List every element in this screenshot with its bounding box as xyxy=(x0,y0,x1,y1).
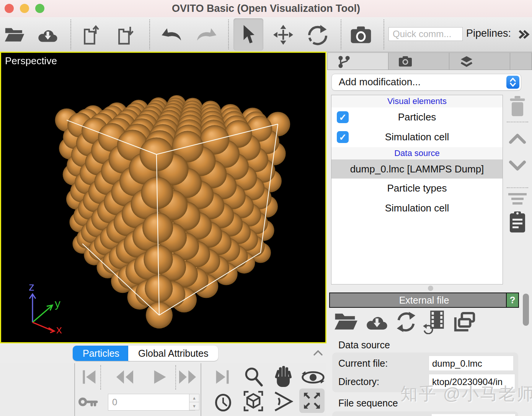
collapse-inspector-icon[interactable] xyxy=(313,350,323,356)
simulation-cell-checkbox[interactable]: ✓ xyxy=(337,131,349,143)
zoom-tool-icon[interactable] xyxy=(243,366,263,387)
main-toolbar: Pipelines: xyxy=(0,17,532,52)
window-title: OVITO Basic (Open Visualization Tool) xyxy=(0,0,532,17)
current-file-label: Current file: xyxy=(338,358,388,369)
dropdown-stepper-icon[interactable] xyxy=(506,76,519,89)
splitter-handle[interactable] xyxy=(428,286,433,291)
data-source-section-label: Data source xyxy=(338,340,390,351)
toolbar-separator xyxy=(149,20,150,49)
list-item-label: Particles xyxy=(398,111,436,123)
viewport-label[interactable]: Perspective xyxy=(5,55,57,67)
list-item-label: Simulation cell xyxy=(385,131,449,143)
undo-icon[interactable] xyxy=(160,26,184,43)
list-item-particle-types[interactable]: Particle types xyxy=(331,179,503,198)
viewport-perspective[interactable]: Perspective z y x xyxy=(0,52,326,343)
data-inspector-tabbar: Particles Global Attributes xyxy=(0,343,326,364)
first-frame-icon[interactable] xyxy=(81,369,98,385)
move-modifier-down-icon[interactable] xyxy=(508,160,527,171)
tab-particles[interactable]: Particles xyxy=(73,346,129,361)
render-camera-icon[interactable] xyxy=(349,26,373,44)
previous-frame-icon[interactable] xyxy=(113,369,136,385)
animation-time-icon[interactable] xyxy=(214,393,232,412)
ovito-window: OVITO Basic (Open Visualization Tool) xyxy=(0,0,532,416)
axis-z-label: z xyxy=(29,282,34,293)
external-file-header[interactable]: External file ? xyxy=(329,292,519,308)
pan-tool-icon[interactable] xyxy=(273,366,292,387)
help-button[interactable]: ? xyxy=(506,293,518,307)
toolbar-separator xyxy=(70,20,71,49)
quick-command-input[interactable] xyxy=(388,27,463,41)
list-item-particles[interactable]: ✓ Particles xyxy=(331,107,503,127)
reload-file-icon[interactable] xyxy=(395,311,417,333)
axis-x-label: x xyxy=(56,323,62,334)
tab-filler xyxy=(510,52,532,70)
tab-global-attributes[interactable]: Global Attributes xyxy=(128,346,218,361)
add-modification-label: Add modification... xyxy=(339,76,421,88)
maximize-viewport-button[interactable] xyxy=(299,388,325,413)
particles-checkbox[interactable]: ✓ xyxy=(337,111,349,123)
file-sequence-field xyxy=(432,414,515,416)
pick-remote-file-icon[interactable] xyxy=(364,314,390,331)
list-item-simulation-cell[interactable]: ✓ Simulation cell xyxy=(331,127,503,147)
toolbar-separator xyxy=(341,20,341,49)
store-internally-icon[interactable] xyxy=(454,312,476,332)
play-animation-icon[interactable] xyxy=(151,369,168,385)
toolbar-separator xyxy=(383,20,384,49)
directory-label: Directory: xyxy=(338,376,379,387)
reload-animation-frames-icon[interactable] xyxy=(423,310,447,334)
file-sequence-label: File sequence xyxy=(338,398,398,409)
redo-icon[interactable] xyxy=(194,26,218,43)
toolbar-divider xyxy=(74,363,75,416)
pipelines-expand-icon[interactable] xyxy=(517,29,530,39)
tab-render[interactable] xyxy=(388,52,449,70)
toolbar-separator xyxy=(100,365,101,390)
layers-icon xyxy=(460,56,473,67)
external-file-title: External file xyxy=(330,293,518,307)
open-file-icon[interactable] xyxy=(4,26,25,43)
pipeline-list: Visual elements ✓ Particles ✓ Simulation… xyxy=(331,95,503,284)
select-tool-icon[interactable] xyxy=(241,24,256,45)
field-of-view-icon[interactable] xyxy=(273,392,293,411)
move-tool-icon[interactable] xyxy=(273,25,294,45)
toggle-modifier-list-icon[interactable] xyxy=(508,193,527,206)
data-source-header: Data source xyxy=(331,147,503,159)
list-item-dump-file[interactable]: dump_0.lmc [LAMMPS Dump] xyxy=(331,159,503,179)
frame-spin-up-button[interactable]: ▲ xyxy=(189,394,199,402)
add-modification-dropdown[interactable]: Add modification... xyxy=(331,74,521,91)
export-file-icon[interactable] xyxy=(116,24,137,46)
strip-separator xyxy=(507,122,528,122)
current-file-value[interactable]: dump_0.lmc xyxy=(429,356,514,371)
pipeline-branch-icon xyxy=(338,56,351,68)
animation-settings-key-icon[interactable] xyxy=(78,395,98,408)
import-remote-file-icon[interactable] xyxy=(36,27,60,43)
orbit-tool-icon[interactable] xyxy=(301,369,325,386)
toolbar-divider xyxy=(201,363,201,416)
rotate-tool-icon[interactable] xyxy=(307,24,328,46)
strip-separator xyxy=(507,187,528,188)
toolbar-separator xyxy=(228,20,229,49)
tab-layers[interactable] xyxy=(449,52,510,70)
tab-pipelines[interactable] xyxy=(327,52,388,70)
delete-modifier-icon[interactable] xyxy=(508,96,527,117)
visual-elements-header: Visual elements xyxy=(331,95,503,107)
import-file-icon[interactable] xyxy=(82,24,103,46)
axis-y-label: y xyxy=(55,297,60,310)
frame-spin-down-button[interactable]: ▼ xyxy=(189,402,199,410)
panel-scrollbar[interactable] xyxy=(523,294,529,326)
zoom-scene-extents-icon[interactable] xyxy=(243,390,264,412)
titlebar: OVITO Basic (Open Visualization Tool) xyxy=(0,0,532,18)
camera-icon xyxy=(398,56,412,67)
watermark: 知乎 @小马老师 xyxy=(400,382,532,405)
pipelines-label: Pipelines: xyxy=(466,28,511,39)
pick-local-file-icon[interactable] xyxy=(334,312,358,332)
animation-toolbar: ▲ ▼ xyxy=(0,363,326,416)
list-item-simulation-cell-data[interactable]: Simulation cell xyxy=(331,198,503,218)
next-frame-icon[interactable] xyxy=(176,369,199,385)
frame-number-input[interactable] xyxy=(108,394,195,411)
move-modifier-up-icon[interactable] xyxy=(508,133,527,145)
axes-tripod: z y x xyxy=(21,282,67,334)
copy-pipeline-clipboard-icon[interactable] xyxy=(509,211,526,233)
last-frame-icon[interactable] xyxy=(214,369,230,385)
